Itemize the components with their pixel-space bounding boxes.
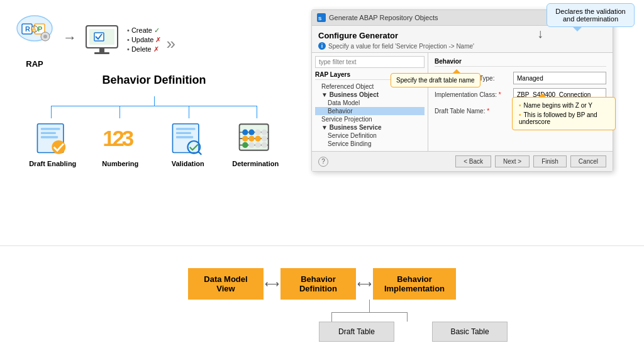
sub-boxes: Draft Table Basic Table	[319, 322, 508, 342]
dialog-footer: ? < Back Next > Finish Cancel	[312, 151, 613, 171]
svg-point-38	[255, 136, 261, 142]
icons-row: Draft Enabling 1 2 3 Numbering	[13, 118, 296, 167]
svg-rect-12	[99, 48, 104, 52]
tree-item-business-service[interactable]: ▼ Business Service	[315, 123, 425, 132]
tooltip-arrow: ↓	[537, 26, 543, 41]
dialog-body: RAP Layers Referenced Object ▼ Business …	[312, 52, 613, 151]
footer-buttons: < Back Next > Finish Cancel	[455, 155, 606, 167]
numbering-icon: 1 2 3	[101, 118, 139, 156]
rap-label: RAP	[26, 59, 43, 69]
cancel-button[interactable]: Cancel	[570, 155, 606, 167]
svg-point-8	[43, 35, 47, 38]
dialog-header-title: Configure Generator	[318, 31, 606, 40]
tree-filter-input[interactable]	[315, 56, 425, 68]
svg-rect-15	[41, 128, 60, 130]
help-button[interactable]: ?	[318, 157, 328, 167]
flow-box-data-model: Data Model View	[188, 268, 264, 300]
svg-text:R: R	[25, 25, 30, 33]
svg-text:S: S	[318, 16, 322, 21]
rules-arrow	[538, 93, 547, 98]
draft-enabling-label: Draft Enabling	[29, 160, 76, 167]
sub-boxes-row: Draft Table Basic Table	[319, 312, 508, 342]
flow-box-behavior-def: Behavior Definition	[280, 268, 356, 300]
numbering-item: 1 2 3 Numbering	[89, 118, 152, 167]
svg-point-35	[262, 130, 267, 135]
rule-2: •This is followed by BP and underscore	[519, 111, 609, 125]
validation-icon	[169, 118, 207, 156]
svg-point-33	[249, 130, 255, 135]
svg-rect-24	[176, 132, 191, 134]
svg-line-27	[198, 151, 201, 154]
basic-table-box: Basic Table	[432, 322, 508, 342]
svg-rect-13	[94, 52, 109, 54]
dialog-subtitle: i Specify a value for field 'Service Pro…	[318, 42, 606, 50]
draft-table-label: Draft Table Name: *	[435, 108, 513, 115]
vert-draft	[331, 312, 332, 322]
svg-point-40	[242, 142, 248, 148]
sap-dialog-icon: S	[317, 13, 326, 22]
svg-text:A: A	[31, 25, 36, 33]
impl-class-label: Implementation Class: *	[435, 91, 513, 98]
arrow-1-icon: ⟷	[265, 278, 279, 290]
svg-rect-16	[41, 132, 56, 134]
svg-point-37	[249, 136, 255, 142]
svg-point-18	[52, 140, 65, 154]
vert-basic	[407, 312, 408, 322]
arrow-2-icon: ⟷	[357, 278, 372, 290]
tree-item-service-binding[interactable]: Service Binding	[315, 140, 425, 148]
back-button[interactable]: < Back	[455, 155, 491, 167]
right-panel: Declares the validation and determinatio…	[308, 0, 644, 245]
behavior-panel: Behavior Implementation Type: Implementa…	[428, 53, 613, 151]
svg-point-39	[262, 136, 267, 142]
behavior-definition-title: Behavior Definition	[13, 74, 296, 87]
determination-label: Determination	[232, 160, 279, 167]
draft-enabling-item: Draft Enabling	[21, 118, 84, 167]
svg-point-42	[255, 142, 261, 148]
declares-tooltip: Declares the validation and determinatio…	[547, 3, 635, 27]
sub-boxes-container: Draft Table Basic Table	[228, 312, 416, 342]
vert-connector	[369, 300, 370, 312]
rap-icon: R A P	[13, 13, 57, 57]
impl-type-input[interactable]	[513, 72, 606, 84]
specify-arrow	[452, 69, 461, 74]
specify-draft-tooltip: Specify the draft table name	[391, 73, 480, 87]
tree-item-service-definition[interactable]: Service Definition	[315, 132, 425, 140]
behavior-panel-header: Behavior	[435, 58, 606, 67]
svg-point-36	[242, 136, 248, 142]
svg-point-34	[255, 130, 261, 135]
finish-button[interactable]: Finish	[533, 155, 567, 167]
tree-item-service-projection[interactable]: Service Projection	[315, 115, 425, 123]
next-button[interactable]: Next >	[495, 155, 530, 167]
bottom-section: Data Model View ⟷ Behavior Definition ⟷ …	[0, 245, 644, 360]
tree-item-business-object[interactable]: ▼ Business Object	[315, 91, 425, 99]
svg-rect-25	[176, 136, 193, 138]
validation-item: Validation	[157, 118, 219, 167]
flow-diagram: Data Model View ⟷ Behavior Definition ⟷ …	[188, 268, 456, 300]
svg-point-43	[262, 142, 267, 148]
draft-rules-tooltip: •Name begins with Z or Y •This is follow…	[512, 97, 616, 130]
validation-label: Validation	[172, 160, 204, 167]
left-panel: R A P RAP →	[0, 0, 308, 245]
dialog-header: Configure Generator i Specify a value fo…	[312, 26, 613, 52]
arrow-icon: →	[63, 30, 77, 46]
bullet-list: • Create ✓ • Update ✗ • Delete ✗	[127, 26, 161, 55]
tree-item-data-model[interactable]: Data Model	[315, 99, 425, 107]
dialog: S Generate ABAP Repository Objects ✕ Con…	[311, 9, 613, 172]
svg-rect-17	[41, 136, 58, 138]
svg-rect-23	[176, 128, 196, 130]
tree-item-behavior[interactable]: Behavior	[315, 107, 425, 115]
numbering-label: Numbering	[102, 160, 138, 167]
dialog-title: Generate ABAP Repository Objects	[329, 14, 438, 21]
double-arrow-icon: »	[166, 34, 175, 53]
svg-text:3: 3	[122, 126, 134, 150]
tree-panel: RAP Layers Referenced Object ▼ Business …	[312, 53, 428, 151]
svg-text:P: P	[38, 25, 42, 33]
determination-icon	[236, 118, 274, 156]
info-icon: i	[318, 42, 326, 50]
draft-table-box: Draft Table	[319, 322, 394, 342]
svg-point-41	[249, 142, 255, 148]
monitor-icon	[83, 23, 121, 59]
draft-enabling-icon	[34, 118, 72, 156]
flow-box-behavior-impl: Behavior Implementation	[373, 268, 456, 300]
horiz-connector	[331, 312, 407, 313]
